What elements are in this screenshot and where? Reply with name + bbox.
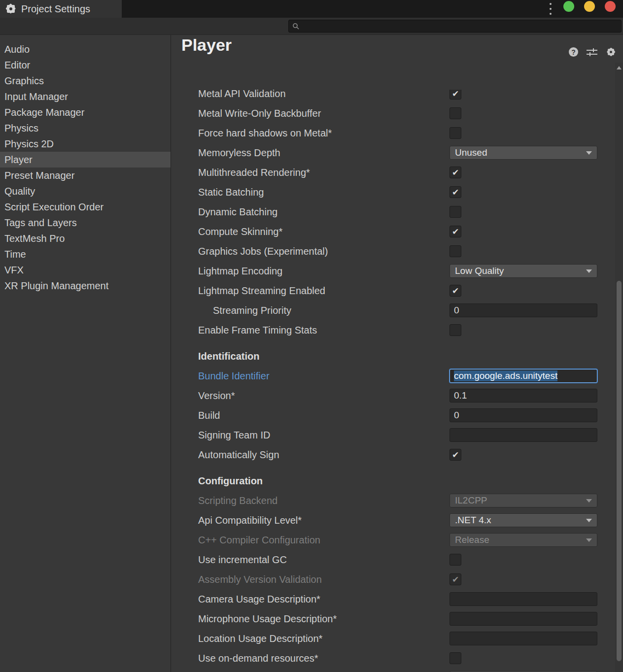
sidebar-item-graphics[interactable]: Graphics	[0, 73, 171, 89]
lightmap-encoding-dropdown[interactable]: Low Quality	[450, 264, 597, 278]
dropdown-value: IL2CPP	[455, 495, 586, 506]
search-box[interactable]	[288, 20, 622, 33]
compute-skinning-checkbox[interactable]: ✔	[450, 226, 461, 237]
checkmark-icon: ✔	[452, 287, 459, 295]
setting-row-location-usage-description: Location Usage Description*	[172, 629, 615, 648]
presets-icon[interactable]	[587, 48, 597, 56]
setting-row-scripting-backend: Scripting BackendIL2CPP	[172, 491, 615, 510]
setting-label-metal-api-validation: Metal API Validation	[198, 90, 286, 100]
location-usage-description-field[interactable]	[450, 632, 597, 645]
setting-label-assembly-version-validation: Assembly Version Validation	[198, 574, 322, 585]
traffic-light-yellow[interactable]	[584, 1, 595, 12]
sidebar-item-xr-plugin-management[interactable]: XR Plugin Management	[0, 278, 171, 294]
setting-label-metal-write-only-backbuffer: Metal Write-Only Backbuffer	[198, 108, 321, 119]
sidebar-item-textmesh-pro[interactable]: TextMesh Pro	[0, 231, 171, 246]
use-incremental-gc-checkbox[interactable]	[450, 554, 461, 566]
search-icon	[292, 23, 299, 30]
settings-gear-icon	[5, 3, 17, 15]
setting-row-dynamic-batching: Dynamic Batching	[172, 202, 615, 222]
static-batching-checkbox[interactable]: ✔	[450, 186, 461, 198]
gear-icon[interactable]	[606, 47, 616, 57]
sidebar-item-time[interactable]: Time	[0, 246, 171, 262]
setting-row-metal-write-only-backbuffer: Metal Write-Only Backbuffer	[172, 103, 615, 123]
lightmap-streaming-enabled-checkbox[interactable]: ✔	[450, 285, 461, 297]
setting-label-automatically-sign: Automatically Sign	[198, 449, 279, 461]
scripting-backend-dropdown[interactable]: IL2CPP	[450, 494, 597, 507]
force-hard-shadows-on-metal-checkbox[interactable]	[450, 127, 461, 139]
setting-label-c-compiler-configuration: C++ Compiler Configuration	[198, 535, 320, 546]
setting-label-graphics-jobs-experimental: Graphics Jobs (Experimental)	[198, 246, 328, 257]
sidebar-item-audio[interactable]: Audio	[0, 41, 171, 57]
setting-label-lightmap-encoding: Lightmap Encoding	[198, 266, 282, 277]
setting-label-build: Build	[198, 410, 220, 421]
setting-label-memoryless-depth: Memoryless Depth	[198, 147, 280, 159]
sidebar-item-editor[interactable]: Editor	[0, 57, 171, 73]
dropdown-value: Low Quality	[455, 266, 586, 276]
scroll-up-icon[interactable]	[617, 66, 622, 69]
setting-row-microphone-usage-description: Microphone Usage Description*	[172, 609, 615, 629]
version-field[interactable]: 0.1	[450, 389, 597, 403]
traffic-light-green[interactable]	[563, 1, 574, 12]
dropdown-value: Release	[455, 535, 586, 545]
scrollbar-thumb[interactable]	[617, 281, 622, 661]
help-icon[interactable]: ?	[569, 47, 578, 57]
setting-row-build: Build0	[172, 405, 615, 425]
api-compatibility-level-dropdown[interactable]: .NET 4.x	[450, 513, 597, 527]
sidebar-item-package-manager[interactable]: Package Manager	[0, 104, 171, 120]
sidebar-item-input-manager[interactable]: Input Manager	[0, 89, 171, 104]
window-title: Project Settings	[21, 3, 90, 15]
metal-write-only-backbuffer-checkbox[interactable]	[450, 107, 461, 119]
assembly-version-validation-checkbox[interactable]: ✔	[450, 573, 461, 585]
sidebar-item-script-execution-order[interactable]: Script Execution Order	[0, 199, 171, 215]
sidebar-item-player[interactable]: Player	[0, 152, 171, 168]
use-on-demand-resources-checkbox[interactable]	[450, 652, 461, 664]
setting-label-scripting-backend: Scripting Backend	[198, 495, 277, 506]
sidebar-item-preset-manager[interactable]: Preset Manager	[0, 168, 171, 183]
search-input[interactable]	[302, 22, 621, 31]
setting-label-multithreaded-rendering: Multithreaded Rendering*	[198, 167, 310, 178]
checkmark-icon: ✔	[452, 451, 459, 459]
setting-label-signing-team-id: Signing Team ID	[198, 430, 270, 441]
player-settings-panel: Player ? Metal API Validation✔Metal Writ…	[172, 35, 623, 672]
sidebar-item-physics[interactable]: Physics	[0, 120, 171, 136]
setting-row-assembly-version-validation: Assembly Version Validation✔	[172, 570, 615, 589]
memoryless-depth-dropdown[interactable]: Unused	[450, 146, 597, 160]
setting-row-enable-frame-timing-stats: Enable Frame Timing Stats	[172, 320, 615, 340]
checkmark-icon: ✔	[452, 188, 459, 197]
sidebar-item-tags-and-layers[interactable]: Tags and Layers	[0, 215, 171, 231]
microphone-usage-description-field[interactable]	[450, 612, 597, 626]
c-compiler-configuration-dropdown[interactable]: Release	[450, 533, 597, 547]
sidebar-item-physics-2d[interactable]: Physics 2D	[0, 136, 171, 152]
automatically-sign-checkbox[interactable]: ✔	[450, 449, 461, 461]
traffic-light-red[interactable]	[605, 1, 616, 12]
multithreaded-rendering-checkbox[interactable]: ✔	[450, 167, 461, 178]
setting-row-use-incremental-gc: Use incremental GC	[172, 550, 615, 570]
checkmark-icon: ✔	[452, 168, 459, 177]
setting-row-multithreaded-rendering: Multithreaded Rendering*✔	[172, 163, 615, 182]
setting-label-enable-frame-timing-stats: Enable Frame Timing Stats	[198, 325, 317, 336]
enable-frame-timing-stats-checkbox[interactable]	[450, 324, 461, 336]
project-settings-tab[interactable]: Project Settings	[0, 0, 122, 18]
setting-label-static-batching: Static Batching	[198, 187, 264, 198]
signing-team-id-field[interactable]	[450, 428, 597, 442]
setting-row-force-hard-shadows-on-metal: Force hard shadows on Metal*	[172, 123, 615, 143]
setting-row-memoryless-depth: Memoryless DepthUnused	[172, 143, 615, 163]
dropdown-value: .NET 4.x	[455, 515, 586, 526]
window-menu-icon[interactable]	[549, 3, 552, 15]
graphics-jobs-experimental-checkbox[interactable]	[450, 245, 461, 257]
sidebar-item-quality[interactable]: Quality	[0, 183, 171, 199]
metal-api-validation-checkbox[interactable]: ✔	[450, 90, 461, 100]
checkmark-icon: ✔	[452, 575, 459, 584]
setting-label-lightmap-streaming-enabled: Lightmap Streaming Enabled	[198, 285, 325, 297]
streaming-priority-field[interactable]: 0	[450, 303, 597, 317]
dynamic-batching-checkbox[interactable]	[450, 206, 461, 218]
setting-row-lightmap-encoding: Lightmap EncodingLow Quality	[172, 261, 615, 281]
camera-usage-description-field[interactable]	[450, 592, 597, 606]
setting-label-streaming-priority: Streaming Priority	[213, 305, 291, 316]
scrollbar[interactable]	[615, 63, 623, 672]
field-value: 0	[454, 410, 459, 421]
bundle-identifier-field[interactable]: com.google.ads.unitytest	[450, 369, 597, 383]
sidebar-item-vfx[interactable]: VFX	[0, 262, 171, 278]
panel-header-icons: ?	[569, 47, 616, 57]
build-field[interactable]: 0	[450, 408, 597, 422]
